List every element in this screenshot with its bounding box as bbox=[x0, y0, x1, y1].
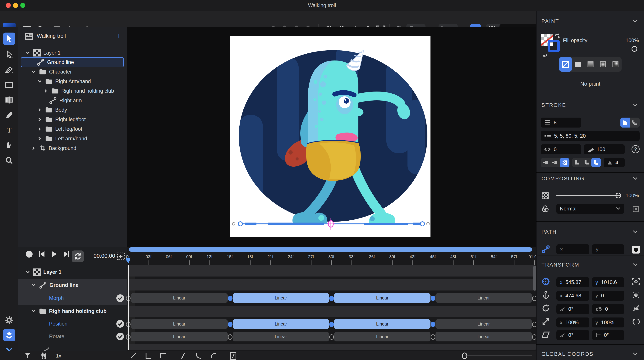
layer-opacity-slider[interactable] bbox=[556, 195, 620, 196]
tween-segment[interactable]: Linear bbox=[131, 319, 228, 329]
timeline-zoom-knob[interactable] bbox=[462, 353, 467, 359]
rotation-angle-field[interactable]: 0° bbox=[556, 304, 590, 314]
keyframe[interactable] bbox=[228, 322, 232, 327]
keyframe[interactable] bbox=[532, 334, 537, 340]
ease-in-out-icon[interactable] bbox=[180, 352, 187, 360]
playhead-line[interactable] bbox=[128, 265, 128, 350]
swap-fill-stroke-icon[interactable] bbox=[554, 33, 560, 40]
pen-tool[interactable] bbox=[3, 63, 15, 76]
dash-pattern-field[interactable]: 5, 5, 80, 5, 20 bbox=[541, 131, 640, 141]
stroke-section-header[interactable]: STROKE bbox=[542, 102, 566, 108]
tween-segment[interactable]: Linear bbox=[131, 293, 228, 303]
collapse-rail-button[interactable] bbox=[5, 347, 13, 353]
join-miter-button[interactable] bbox=[572, 158, 582, 167]
tree-item-background[interactable]: Background bbox=[18, 143, 139, 153]
skew-y-field[interactable]: 0° bbox=[592, 330, 624, 340]
tree-item-right-leg-foot[interactable]: Right leg/foot bbox=[18, 115, 145, 124]
layers-panel-button[interactable] bbox=[3, 329, 15, 341]
dash-offset-field[interactable]: 0 bbox=[541, 144, 581, 154]
keyframe[interactable] bbox=[329, 296, 334, 301]
chevron-right-icon[interactable] bbox=[31, 145, 36, 151]
paint-linear-gradient-button[interactable] bbox=[584, 57, 597, 72]
tree-item-character[interactable]: Character bbox=[18, 67, 139, 77]
compositing-section-header[interactable]: COMPOSITING bbox=[542, 176, 584, 182]
hand-tool[interactable] bbox=[3, 139, 15, 151]
position-x-field[interactable]: x545.87 bbox=[556, 277, 590, 287]
chevron-down-icon[interactable] bbox=[31, 308, 36, 314]
timeline-ruler[interactable]: 0s03f06f09f12f15f18f21f24f27f30f33f36f39… bbox=[127, 247, 536, 266]
ease-hold-end-icon[interactable] bbox=[145, 352, 152, 360]
keyframe[interactable] bbox=[431, 296, 435, 301]
text-tool[interactable]: T bbox=[3, 124, 15, 136]
stroke-swatch[interactable] bbox=[548, 40, 560, 52]
paint-none-button[interactable] bbox=[559, 57, 572, 72]
filter-icon[interactable] bbox=[24, 352, 31, 359]
paint-focal-gradient-button[interactable] bbox=[609, 57, 622, 72]
anchor-x-field[interactable]: x474.68 bbox=[556, 291, 590, 301]
playback-speed[interactable]: 1x bbox=[56, 353, 61, 359]
tween-segment[interactable]: Linear bbox=[436, 293, 532, 303]
stroke-brush-button[interactable] bbox=[630, 118, 640, 127]
chevron-right-icon[interactable] bbox=[37, 107, 42, 113]
playhead-marker[interactable] bbox=[126, 258, 130, 264]
record-button[interactable] bbox=[25, 250, 33, 258]
check-circle-icon[interactable] bbox=[116, 333, 124, 341]
scale-x-field[interactable]: x100% bbox=[556, 318, 590, 328]
swap-stroke-fill-icon[interactable] bbox=[542, 50, 548, 57]
stroke-length-field[interactable]: 100 bbox=[584, 144, 625, 154]
blend-mode-select[interactable]: Normal bbox=[556, 204, 624, 214]
chevron-right-icon[interactable] bbox=[37, 126, 42, 132]
play-button[interactable] bbox=[50, 250, 58, 258]
timeline-row-righ-hand-holding-club[interactable]: Righ hand holding club bbox=[18, 306, 139, 316]
fill-opacity-knob[interactable] bbox=[632, 46, 637, 52]
keyframe[interactable] bbox=[431, 334, 435, 340]
chevron-down-icon[interactable] bbox=[25, 50, 31, 56]
timeline-zoom-slider[interactable] bbox=[465, 356, 532, 356]
fill-opacity-slider[interactable] bbox=[563, 49, 636, 49]
auto-orient-icon[interactable] bbox=[632, 305, 640, 312]
tree-item-left-leg-foot[interactable]: Left leg/foot bbox=[18, 124, 145, 134]
keyframe[interactable] bbox=[228, 334, 232, 340]
track-stripe-partial[interactable] bbox=[128, 344, 536, 350]
check-circle-icon[interactable] bbox=[116, 320, 124, 328]
cap-round-button[interactable] bbox=[550, 158, 560, 167]
chevron-right-icon[interactable] bbox=[37, 136, 42, 141]
scale-y-field[interactable]: y100% bbox=[592, 318, 624, 328]
ease-linear-icon[interactable] bbox=[130, 352, 137, 360]
chevron-down-icon[interactable] bbox=[25, 269, 31, 275]
tween-segment[interactable]: Linear bbox=[233, 319, 329, 329]
link-scale-icon[interactable] bbox=[632, 318, 640, 326]
paint-radial-gradient-button[interactable] bbox=[597, 57, 609, 72]
go-to-start-button[interactable] bbox=[38, 250, 46, 258]
miter-limit-field[interactable]: 4 bbox=[604, 158, 625, 167]
chevron-down-icon[interactable] bbox=[632, 19, 638, 24]
layer-opacity-knob[interactable] bbox=[616, 193, 621, 198]
chevron-down-icon[interactable] bbox=[632, 262, 638, 267]
center-anchor-icon[interactable] bbox=[632, 291, 640, 299]
track-stripe-layer-1[interactable] bbox=[128, 265, 536, 277]
insert-keyframe-button[interactable] bbox=[116, 252, 125, 261]
keyframe[interactable] bbox=[532, 296, 537, 301]
ease-custom-icon[interactable] bbox=[230, 352, 236, 360]
path-x-input[interactable] bbox=[560, 246, 580, 253]
anchor-y-field[interactable]: y0 bbox=[592, 291, 624, 301]
tween-segment[interactable]: Linear bbox=[334, 332, 430, 342]
cap-butt-button[interactable] bbox=[541, 158, 550, 167]
direct-select-tool[interactable] bbox=[3, 48, 15, 60]
chevron-down-icon[interactable] bbox=[31, 282, 36, 288]
position-y-field[interactable]: y1010.6 bbox=[592, 277, 624, 287]
tween-segment[interactable]: Linear bbox=[436, 332, 532, 342]
eyedropper-tool[interactable] bbox=[3, 109, 15, 121]
ease-hold-start-icon[interactable] bbox=[160, 352, 167, 360]
help-icon[interactable]: ? bbox=[632, 145, 640, 153]
check-circle-icon[interactable] bbox=[116, 294, 124, 302]
stroke-width-field[interactable]: 8 bbox=[541, 118, 581, 127]
transform-section-header[interactable]: TRANSFORM bbox=[542, 262, 580, 268]
skew-x-field[interactable]: 0° bbox=[556, 330, 590, 340]
stage-canvas[interactable] bbox=[230, 36, 430, 237]
clip-to-frame-icon[interactable] bbox=[632, 206, 639, 213]
path-x-field[interactable] bbox=[556, 244, 590, 254]
chevron-right-icon[interactable] bbox=[37, 117, 42, 122]
timeline-scrollbar[interactable] bbox=[533, 266, 536, 291]
keyframe[interactable] bbox=[329, 334, 334, 340]
